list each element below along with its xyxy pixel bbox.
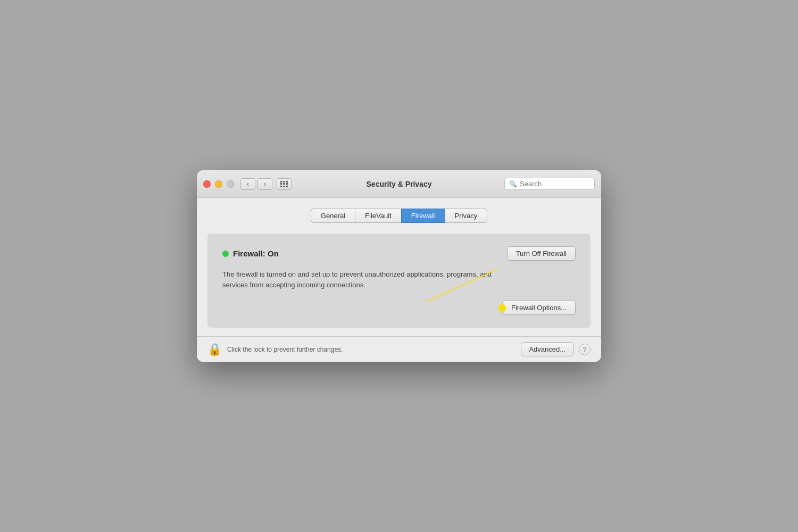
lock-text: Click the lock to prevent further change…: [227, 346, 516, 353]
search-bar: 🔍: [504, 178, 595, 190]
close-button[interactable]: [203, 180, 211, 188]
advanced-button[interactable]: Advanced...: [521, 342, 573, 356]
firewall-options-area: Firewall Options...: [222, 301, 576, 315]
tab-general[interactable]: General: [311, 209, 355, 223]
search-icon: 🔍: [509, 180, 517, 188]
firewall-status-row: Firewall: On Turn Off Firewall: [222, 246, 576, 261]
status-indicator: [222, 251, 229, 257]
bottom-bar: 🔒 Click the lock to prevent further chan…: [197, 336, 601, 362]
firewall-options-button[interactable]: Firewall Options...: [502, 301, 576, 315]
yellow-dot-indicator: [498, 304, 506, 312]
minimize-button[interactable]: [215, 180, 222, 188]
search-input[interactable]: [520, 180, 590, 188]
grid-view-button[interactable]: [277, 178, 292, 190]
back-button[interactable]: ‹: [240, 178, 255, 190]
tab-privacy[interactable]: Privacy: [445, 209, 488, 223]
firewall-status-label: Firewall: On: [233, 249, 279, 258]
firewall-panel: Firewall: On Turn Off Firewall The firew…: [207, 234, 591, 328]
tab-filevault[interactable]: FileVault: [355, 209, 401, 223]
traffic-lights: [203, 180, 234, 188]
nav-buttons: ‹ ›: [240, 178, 292, 190]
help-button[interactable]: ?: [579, 344, 591, 355]
titlebar: ‹ › Security & Privacy 🔍: [197, 170, 601, 198]
main-content: General FileVault Firewall Privacy Firew…: [197, 198, 601, 336]
firewall-options-label: Firewall Options...: [511, 304, 567, 312]
firewall-description: The firewall is turned on and set up to …: [222, 269, 499, 290]
window-title: Security & Privacy: [367, 180, 432, 188]
lock-icon[interactable]: 🔒: [207, 343, 222, 356]
main-window: ‹ › Security & Privacy 🔍 General FileVau…: [197, 170, 601, 362]
forward-button[interactable]: ›: [257, 178, 272, 190]
status-left: Firewall: On: [222, 249, 279, 258]
turn-off-firewall-button[interactable]: Turn Off Firewall: [507, 246, 576, 261]
grid-icon: [280, 181, 288, 187]
tab-bar: General FileVault Firewall Privacy: [207, 209, 591, 223]
maximize-button[interactable]: [227, 180, 234, 188]
tab-firewall[interactable]: Firewall: [401, 209, 445, 223]
